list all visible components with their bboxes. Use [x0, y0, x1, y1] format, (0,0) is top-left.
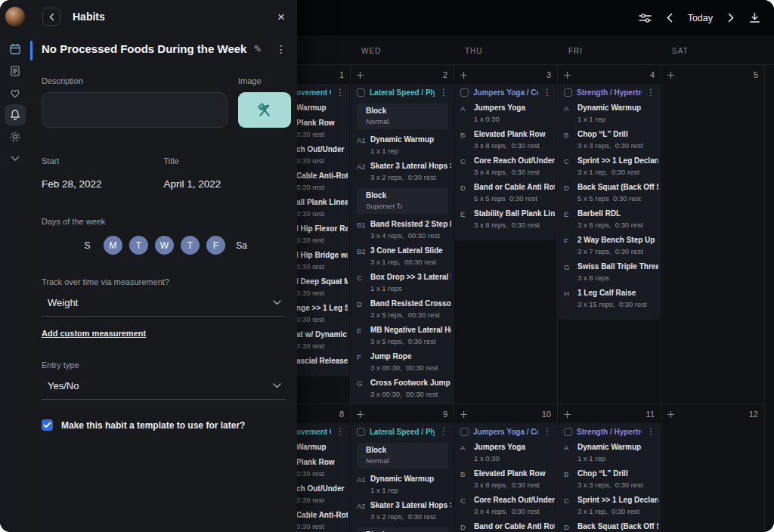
- workout-title[interactable]: Strength / Hypertro...: [577, 88, 642, 97]
- exercise-row[interactable]: AJumpers Yoga1 x 0:30: [460, 443, 555, 462]
- exercise-row[interactable]: CBox Drop >> 3 Lateral H...1 x 1 reps: [357, 273, 451, 292]
- workout-menu-icon[interactable]: ⋮: [543, 88, 552, 97]
- day-of-week-toggle-1[interactable]: M: [104, 236, 122, 255]
- calendar-icon[interactable]: [5, 39, 26, 60]
- bell-icon[interactable]: [5, 104, 26, 125]
- workout-title[interactable]: Strength / Hypertro...: [577, 428, 642, 436]
- workout-title[interactable]: ovement Q...: [296, 88, 331, 97]
- exercise-row[interactable]: ADynamic Warmup1 x 1 rep: [564, 104, 658, 123]
- workout-menu-icon[interactable]: ⋮: [543, 427, 552, 436]
- exercise-row[interactable]: DBand or Cable Anti Rotati...5 x 5 reps …: [460, 522, 555, 532]
- download-icon[interactable]: [749, 12, 760, 23]
- day-of-week-toggle-0[interactable]: S: [78, 236, 97, 255]
- exercise-row[interactable]: GSwiss Ball Triple Threat3 x 8 reps: [564, 262, 658, 282]
- exercise-row[interactable]: H1 Leg Calf Raise3 x 15 reps, 0:30 rest: [564, 289, 658, 308]
- add-workout-icon[interactable]: [563, 71, 571, 79]
- entry-type-select[interactable]: Yes/No: [42, 380, 286, 400]
- exercise-row[interactable]: Cable Anti-Rotati...0:30 rest: [296, 172, 348, 191]
- measurement-select[interactable]: Weight: [42, 297, 286, 317]
- exercise-row[interactable]: l Hip Flexor Rais...0:30 rest: [296, 224, 348, 244]
- prev-week-icon[interactable]: [667, 13, 673, 23]
- template-checkbox[interactable]: [42, 419, 53, 431]
- workout-title[interactable]: ovement Q...: [296, 428, 331, 436]
- add-workout-icon[interactable]: [460, 410, 468, 419]
- back-button[interactable]: [42, 8, 60, 26]
- workout-menu-icon[interactable]: ⋮: [336, 88, 345, 97]
- exercise-row[interactable]: BElevated Plank Row3 x 8 reps, 0:30 rest: [460, 130, 555, 150]
- document-icon[interactable]: [5, 60, 26, 82]
- exercise-row[interactable]: DBand or Cable Anti Rotati...5 x 5 reps …: [460, 183, 555, 203]
- exercise-row[interactable]: F2 Way Bench Step Up3 x 7 reps, 0:30 res…: [564, 236, 658, 255]
- start-date-value[interactable]: Feb 28, 2022: [42, 178, 164, 190]
- workout-checkbox[interactable]: [564, 428, 572, 436]
- exercise-row[interactable]: A2Skater 3 Lateral Hops >> ...3 x 2 reps…: [357, 501, 451, 521]
- exercise-row[interactable]: Plank Row0:30 rest: [296, 119, 348, 138]
- exercise-row[interactable]: at w/ Dynamic P...0:30 rest: [296, 330, 348, 350]
- today-button[interactable]: Today: [688, 13, 713, 23]
- day-of-week-toggle-6[interactable]: Sa: [232, 236, 251, 255]
- gear-icon[interactable]: [5, 126, 26, 147]
- workout-checkbox[interactable]: [564, 88, 572, 97]
- add-workout-icon[interactable]: [667, 410, 675, 419]
- end-date-value[interactable]: April 1, 2022: [164, 178, 286, 190]
- exercise-row[interactable]: BElevated Plank Row3 x 8 reps, 0:30 rest: [460, 469, 555, 489]
- add-workout-icon[interactable]: [460, 71, 468, 79]
- workout-menu-icon[interactable]: ⋮: [439, 427, 448, 436]
- exercise-row[interactable]: CSprint >> 1 Leg Declarations3 x 1 rep, …: [564, 156, 658, 176]
- workout-checkbox[interactable]: [460, 88, 469, 97]
- exercise-row[interactable]: AJumpers Yoga1 x 0:30: [460, 104, 555, 123]
- workout-menu-icon[interactable]: ⋮: [336, 427, 345, 436]
- next-week-icon[interactable]: [728, 13, 734, 23]
- workout-title[interactable]: Lateral Speed / Plyo: [370, 88, 435, 97]
- habit-menu-icon[interactable]: ⋮: [276, 43, 286, 55]
- exercise-row[interactable]: ch Out/Under0:30 rest: [296, 484, 348, 504]
- exercise-row[interactable]: ascial Release C...: [296, 357, 348, 365]
- exercise-row[interactable]: A1Dynamic Warmup1 x 1 rep: [357, 135, 451, 155]
- exercise-row[interactable]: DBack Squat (Back Off Set)5 x 5 reps 0:3…: [564, 183, 658, 203]
- workout-menu-icon[interactable]: ⋮: [646, 427, 655, 436]
- add-workout-icon[interactable]: [356, 410, 364, 419]
- exercise-row[interactable]: ch Out/Under0:30 rest: [296, 145, 348, 165]
- exercise-row[interactable]: Warmup: [296, 104, 348, 112]
- day-of-week-toggle-3[interactable]: W: [155, 236, 174, 255]
- exercise-row[interactable]: DBack Squat (Back Off Set)5 x 5 reps 0:3…: [564, 522, 658, 532]
- exercise-row[interactable]: EMB Negative Lateral Hop...3 x 5 reps, 0…: [357, 326, 451, 345]
- exercise-row[interactable]: ADynamic Warmup1 x 1 rep: [564, 443, 658, 462]
- exercise-row[interactable]: l Hip Bridge w/ ...0:30 rest: [296, 251, 348, 271]
- exercise-row[interactable]: Cable Anti-Rotati...0:30 rest: [296, 511, 348, 530]
- exercise-row[interactable]: Plank Row0:30 rest: [296, 458, 348, 478]
- workout-checkbox[interactable]: [357, 428, 365, 436]
- exercise-row[interactable]: GCross Footwork Jump Rope3 x 00:30, 00:3…: [357, 379, 451, 398]
- workout-menu-icon[interactable]: ⋮: [439, 88, 448, 97]
- workout-title[interactable]: Jumpers Yoga / Core: [473, 88, 538, 97]
- exercise-row[interactable]: EStability Ball Plank Linear ...3 x 8 re…: [460, 209, 555, 229]
- habit-image-swatch[interactable]: [238, 92, 291, 128]
- exercise-row[interactable]: EBarbell RDL3 x 8 reps, 0:30 rest: [564, 209, 658, 229]
- workout-title[interactable]: Jumpers Yoga / Core: [473, 428, 538, 436]
- exercise-row[interactable]: all Plank Linear ...0:30 rest: [296, 198, 348, 218]
- day-of-week-toggle-5[interactable]: F: [206, 236, 225, 255]
- exercise-row[interactable]: CCore Reach Out/Under3 x 4 reps, 0:30 re…: [460, 156, 555, 176]
- exercise-row[interactable]: A1Dynamic Warmup1 x 1 rep: [357, 475, 451, 494]
- exercise-row[interactable]: l Deep Squat Mo...0:30 rest: [296, 277, 348, 297]
- exercise-row[interactable]: BChop “L” Drill3 x 3 reps, 0:30 rest: [564, 130, 658, 150]
- workout-checkbox[interactable]: [357, 88, 365, 97]
- description-input[interactable]: [42, 92, 228, 128]
- exercise-row[interactable]: A2Skater 3 Lateral Hops >> ...3 x 2 reps…: [357, 162, 451, 181]
- exercise-row[interactable]: Warmup: [296, 443, 348, 451]
- chevron-down-icon[interactable]: [5, 148, 26, 169]
- exercise-row[interactable]: FJump Rope3 x 00:30, 00:30 rest: [357, 352, 451, 372]
- exercise-row[interactable]: DBand Resisted Crossover...3 x 5 reps, 0…: [357, 299, 451, 319]
- exercise-row[interactable]: CSprint >> 1 Leg Declarations3 x 1 rep, …: [564, 496, 658, 515]
- exercise-row[interactable]: CCore Reach Out/Under3 x 4 reps, 0:30 re…: [460, 496, 555, 515]
- day-of-week-toggle-2[interactable]: T: [129, 236, 148, 255]
- health-heart-icon[interactable]: [5, 82, 26, 104]
- workout-title[interactable]: Lateral Speed / Plyo: [370, 428, 435, 436]
- workout-checkbox[interactable]: [460, 428, 469, 436]
- filter-icon[interactable]: [639, 13, 652, 23]
- add-workout-icon[interactable]: [563, 410, 571, 419]
- add-custom-measurement-link[interactable]: Add custom measurement: [42, 329, 146, 338]
- exercise-row[interactable]: nge >> 1 Leg St...0:30 rest: [296, 304, 348, 323]
- day-of-week-toggle-4[interactable]: T: [181, 236, 200, 255]
- workout-menu-icon[interactable]: ⋮: [646, 88, 655, 97]
